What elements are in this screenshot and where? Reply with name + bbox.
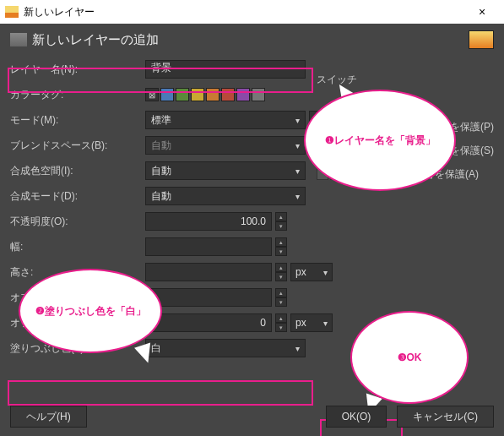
label-lock-pixels: を保護(P)	[450, 120, 494, 134]
annotation-highlight-2	[8, 380, 313, 406]
color-tag-gray[interactable]	[252, 88, 265, 101]
composite-space-value: 自動	[151, 164, 171, 178]
color-tag-yellow[interactable]	[191, 88, 204, 101]
label-composite-space: 合成色空間(I):	[10, 164, 145, 178]
callout-3: ❸OK	[350, 311, 469, 404]
label-color-tag: カラータグ:	[10, 88, 145, 102]
chevron-down-icon: ▾	[295, 166, 300, 176]
row-opacity: 不透明度(O): 100.0 ▴▾	[10, 210, 494, 233]
label-blend-space: ブレンドスペース(B):	[10, 139, 145, 153]
dialog-body: 新しいレイヤーの追加 レイヤー名(N): 背景 カラータグ: ⊠ モード(M):	[0, 24, 504, 436]
offset-y-spinner[interactable]: ▴▾	[275, 313, 287, 332]
offset-unit-select[interactable]: px ▾	[290, 313, 333, 332]
dialog-buttons: ヘルプ(H) OK(O) キャンセル(C)	[10, 406, 494, 428]
label-opacity: 不透明度(O):	[10, 215, 145, 229]
height-spinner[interactable]: ▴▾	[275, 263, 287, 281]
blend-space-value: 自動	[151, 139, 171, 153]
chevron-down-icon: ▾	[323, 319, 328, 328]
dialog-title: 新しいレイヤーの追加	[32, 32, 469, 48]
unit-value: px	[295, 317, 306, 329]
color-tag-blue[interactable]	[160, 88, 174, 101]
layer-icon	[10, 33, 27, 46]
callout-1: ❶レイヤー名を「背景」	[304, 90, 456, 191]
app-icon	[5, 6, 19, 18]
opacity-spinner[interactable]: ▴▾	[275, 212, 287, 231]
composite-mode-select[interactable]: 自動 ▾	[145, 187, 306, 205]
ok-button[interactable]: OK(O)	[326, 406, 387, 428]
color-tag-swatches: ⊠	[145, 88, 265, 101]
composite-mode-value: 自動	[151, 189, 171, 204]
svg-rect-1	[5, 13, 19, 18]
cancel-button[interactable]: キャンセル(C)	[397, 406, 494, 428]
row-width: 幅: ▴▾	[10, 235, 494, 259]
callout-2: ❷塗りつぶし色を「白」	[19, 269, 162, 353]
layer-name-input[interactable]: 背景	[145, 60, 306, 79]
offset-y-input[interactable]: 0	[145, 313, 272, 332]
mode-value: 標準	[151, 113, 171, 128]
width-input[interactable]	[145, 237, 272, 256]
label-lock-position: を保護(S)	[450, 144, 494, 158]
label-mode: モード(M):	[10, 113, 145, 128]
offset-x-spinner[interactable]: ▴▾	[275, 288, 287, 307]
composite-space-select[interactable]: 自動 ▾	[145, 161, 306, 180]
offset-x-input[interactable]	[145, 288, 272, 307]
preview-thumbnail	[469, 30, 494, 49]
size-unit-select[interactable]: px ▾	[290, 263, 333, 281]
width-spinner[interactable]: ▴▾	[275, 237, 287, 256]
label-layer-name: レイヤー名(N):	[10, 63, 145, 77]
chevron-down-icon: ▾	[295, 141, 300, 150]
unit-value: px	[295, 266, 306, 278]
label-width: 幅:	[10, 240, 145, 254]
color-tag-violet[interactable]	[236, 88, 250, 101]
chevron-down-icon: ▾	[323, 268, 328, 277]
window-titlebar: 新しいレイヤー ×	[0, 0, 504, 24]
color-tag-none[interactable]: ⊠	[145, 88, 159, 101]
mode-select[interactable]: 標準 ▾	[145, 111, 306, 129]
help-button[interactable]: ヘルプ(H)	[10, 406, 87, 428]
blend-space-select[interactable]: 自動 ▾	[145, 136, 306, 155]
chevron-down-icon: ▾	[295, 192, 300, 201]
label-composite-mode: 合成モード(D):	[10, 189, 145, 204]
opacity-slider[interactable]: 100.0	[145, 212, 272, 231]
chevron-down-icon: ▾	[295, 344, 300, 353]
height-input[interactable]	[145, 263, 272, 281]
color-tag-orange[interactable]	[206, 88, 219, 101]
color-tag-green[interactable]	[176, 88, 189, 101]
close-button[interactable]: ×	[465, 5, 499, 19]
dialog-header: 新しいレイヤーの追加	[10, 30, 494, 49]
fill-select[interactable]: 白 ▾	[145, 339, 306, 357]
chevron-down-icon: ▾	[295, 116, 300, 125]
color-tag-red[interactable]	[221, 88, 235, 101]
opacity-value: 100.0	[241, 215, 266, 227]
window-title: 新しいレイヤー	[24, 5, 465, 19]
row-composite-mode: 合成モード(D): 自動 ▾	[10, 184, 494, 208]
